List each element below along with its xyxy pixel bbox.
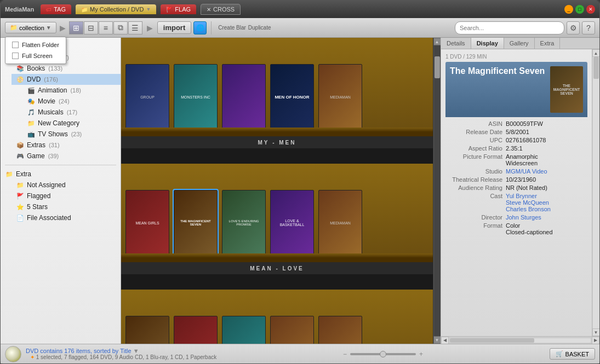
release-date-value: 5/8/2001: [506, 129, 587, 135]
sidebar-not-assigned[interactable]: 📁 Not Assigned: [12, 180, 121, 190]
aspect-value: 2.35:1: [506, 145, 587, 152]
cover-little-mermaid[interactable]: THE LITTLE MERMAID: [222, 316, 266, 344]
app-logo: MediaMan: [5, 6, 34, 13]
tab-extra[interactable]: Extra: [535, 38, 561, 49]
disc-icon: [5, 346, 21, 362]
scroll-thumb[interactable]: [435, 56, 440, 78]
toolbar-right: Create Blar Duplicate: [218, 25, 271, 31]
tab-display[interactable]: Display: [471, 38, 504, 49]
shelves-and-scroll: GROUP MONSTERS INC MEN OF HONOR: [121, 38, 441, 344]
detail-scrollbar[interactable]: ▲ ▼: [592, 49, 599, 336]
view-stack-button[interactable]: ⧉: [113, 21, 128, 34]
sidebar-new-category[interactable]: 📁 New Category: [22, 118, 121, 129]
detail-scroll-left[interactable]: ◀: [441, 337, 449, 344]
cross-icon: ✕: [207, 7, 211, 13]
scroll-track[interactable]: [434, 45, 441, 336]
sidebar-musicals[interactable]: 🎵 Musicals (17): [22, 107, 121, 118]
flatten-checkbox[interactable]: [12, 42, 19, 48]
collection-dropdown-button[interactable]: 📁 collection ▼: [5, 22, 56, 33]
cover-group[interactable]: GROUP: [125, 64, 169, 130]
minimize-button[interactable]: _: [564, 5, 573, 14]
duplicate-label: Duplicate: [248, 25, 271, 31]
basket-button[interactable]: 🛒 BASKET: [550, 348, 595, 360]
detail-meta: 1 DVD / 129 MIN: [445, 54, 587, 60]
zoom-slider[interactable]: [350, 353, 416, 355]
tab-tag[interactable]: 🏷 TAG: [41, 4, 71, 14]
detail-scroll-thumb[interactable]: [593, 57, 599, 79]
cover-mediaman-3[interactable]: MEDIAMAN: [318, 316, 362, 344]
cover-magnificent-seven[interactable]: THE MAGNIFICENT SEVEN: [174, 190, 218, 256]
view-list-button[interactable]: ≡: [99, 21, 113, 34]
cover-mean-girls[interactable]: MEAN GIRLS: [125, 190, 169, 256]
cover-love-comes-softly[interactable]: LOVE COMES SOFTLY: [125, 316, 169, 344]
sort-link[interactable]: Title: [120, 348, 131, 354]
settings-button[interactable]: ⚙: [567, 21, 580, 34]
sidebar-5-stars[interactable]: ⭐ 5 Stars: [12, 201, 121, 212]
sidebar-dvd[interactable]: 📀 DVD (176): [12, 74, 121, 85]
scroll-down-button[interactable]: ▼: [433, 336, 441, 344]
sidebar-tv-shows[interactable]: 📺 TV Shows (23): [22, 129, 121, 140]
cover-girl[interactable]: [222, 64, 266, 130]
tag-icon: 🏷: [46, 7, 52, 13]
cover-lion-king[interactable]: THE LION KING: [270, 316, 314, 344]
cover-monsters[interactable]: MONSTERS INC: [174, 64, 218, 130]
cover-mediaman-2[interactable]: MEDIAMAN: [318, 190, 362, 256]
sidebar-game[interactable]: 🎮 Game (39): [12, 151, 121, 161]
fullscreen-checkbox[interactable]: [12, 53, 19, 59]
dvd-icon: 📀: [16, 75, 25, 84]
sidebar-movie[interactable]: 🎭 Movie (24): [22, 96, 121, 107]
detail-hscroll[interactable]: ◀ ▶: [441, 336, 599, 344]
shelf-row-3: LOVE COMES SOFTLY LOVE ACTUALLY THE LITT…: [121, 290, 433, 344]
globe-button[interactable]: 🌐: [193, 21, 207, 34]
detail-body: 1 DVD / 129 MIN The Magnificent Seven TH…: [441, 49, 599, 336]
sidebar-extra-heading[interactable]: 📁 Extra: [1, 169, 121, 180]
sidebar-animation[interactable]: 🎬 Animation (18): [22, 85, 121, 96]
tab-gallery[interactable]: Gallery: [504, 38, 535, 49]
view-details-button[interactable]: ☰: [128, 21, 142, 34]
cover-loves-promise[interactable]: LOVE'S ENDURING PROMISE: [222, 190, 266, 256]
tab-flag[interactable]: 🚩 FLAG: [161, 4, 196, 14]
cover-love-basketball[interactable]: LOVE & BASKETBALL: [270, 190, 314, 256]
detail-hscroll-track[interactable]: [450, 338, 591, 343]
cast-steve[interactable]: Steve McQueen: [506, 199, 587, 206]
view-grid-medium-button[interactable]: ⊟: [84, 21, 98, 34]
shelves-scroll[interactable]: GROUP MONSTERS INC MEN OF HONOR: [121, 38, 433, 344]
cover-mediaman-1[interactable]: MEDIAMAN: [318, 64, 362, 130]
flatten-folder-item[interactable]: Flatten Folder: [5, 39, 66, 50]
tab-collection[interactable]: 📁 My Collection / DVD ▼: [76, 4, 156, 14]
detail-fields: ASIN B000059TFW Release Date 5/8/2001 UP…: [445, 120, 587, 235]
sidebar-flagged[interactable]: 🚩 Flagged: [12, 190, 121, 201]
search-input[interactable]: [455, 21, 564, 34]
zoom-out-icon: −: [343, 350, 347, 358]
shelf-mean-love: MEAN GIRLS THE MAGNIFICENT SEVEN LOVE'S …: [121, 164, 433, 262]
full-screen-item[interactable]: Full Screen: [5, 50, 66, 61]
tab-details[interactable]: Details: [441, 38, 471, 49]
main-content: 📁 My Collection 💿 Audio CD (57) 📚 Books …: [1, 38, 599, 344]
cast-charles[interactable]: Charles Bronson: [506, 206, 587, 212]
star-sub-icon: ✦: [30, 354, 35, 360]
close-button[interactable]: ✕: [586, 5, 595, 14]
view-grid-large-button[interactable]: ⊞: [69, 21, 83, 34]
cover-love-actually[interactable]: LOVE ACTUALLY: [174, 316, 218, 344]
shelves-scrollbar[interactable]: ▲ ▼: [433, 38, 441, 344]
sidebar-books[interactable]: 📚 Books (133): [12, 63, 121, 74]
help-button[interactable]: ?: [582, 21, 595, 34]
studio-value[interactable]: MGM/UA Video: [506, 168, 587, 175]
cover-men-of-honor[interactable]: MEN OF HONOR: [270, 64, 314, 130]
import-button[interactable]: import: [157, 21, 191, 34]
detail-scroll-track[interactable]: [593, 57, 599, 328]
scroll-up-button[interactable]: ▲: [433, 38, 441, 45]
format-value: ColorClosed-captioned: [506, 222, 587, 235]
sidebar-file-associated[interactable]: 📄 File Associated: [12, 212, 121, 223]
sidebar-extras[interactable]: 📦 Extras (31): [12, 140, 121, 151]
window-controls: _ □ ✕: [564, 5, 595, 14]
maximize-button[interactable]: □: [575, 5, 584, 14]
detail-title: The Magnificent Seven: [450, 66, 546, 76]
detail-scroll-right[interactable]: ▶: [592, 337, 599, 344]
detail-scroll-up[interactable]: ▲: [592, 49, 600, 57]
director-value[interactable]: John Sturges: [506, 214, 587, 221]
detail-scroll-down[interactable]: ▼: [592, 328, 600, 336]
tab-cross[interactable]: ✕ CROSS: [201, 4, 241, 15]
cast-yul[interactable]: Yul Brynner: [506, 193, 587, 199]
detail-hscroll-thumb[interactable]: [450, 338, 534, 343]
